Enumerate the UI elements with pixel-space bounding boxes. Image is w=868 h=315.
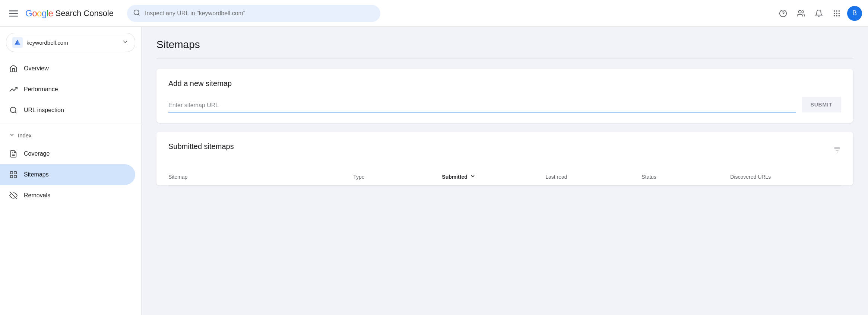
- sidebar-item-performance[interactable]: Performance: [0, 79, 135, 100]
- user-avatar[interactable]: B: [847, 6, 862, 21]
- sitemap-input-row: SUBMIT: [168, 97, 841, 112]
- help-button[interactable]: [776, 6, 791, 21]
- sidebar-label-overview: Overview: [24, 65, 49, 72]
- menu-button[interactable]: [6, 6, 21, 21]
- sidebar-item-url-inspection[interactable]: URL inspection: [0, 100, 135, 121]
- sidebar-item-removals[interactable]: Removals: [0, 185, 135, 206]
- property-selector[interactable]: keywordbell.com: [6, 33, 135, 52]
- url-search-icon: [9, 106, 18, 115]
- svg-point-11: [834, 13, 835, 14]
- body-layout: keywordbell.com Overview: [0, 27, 868, 315]
- svg-line-20: [15, 112, 16, 113]
- svg-rect-27: [10, 175, 13, 178]
- header-actions: B: [776, 6, 862, 21]
- svg-point-7: [799, 10, 801, 13]
- sidebar-label-removals: Removals: [24, 192, 50, 199]
- sidebar-section-index: Index: [0, 127, 141, 143]
- sidebar: keywordbell.com Overview: [0, 27, 142, 315]
- sidebar-item-sitemaps[interactable]: Sitemaps: [0, 164, 135, 185]
- notifications-button[interactable]: [811, 6, 826, 21]
- submit-sitemap-button[interactable]: SUBMIT: [802, 97, 841, 112]
- property-name: keywordbell.com: [26, 39, 118, 46]
- table-header: Sitemap Type Submitted Last read Status …: [168, 169, 841, 185]
- svg-rect-2: [9, 16, 18, 17]
- svg-rect-24: [10, 172, 13, 174]
- col-header-sitemap: Sitemap: [168, 174, 353, 180]
- url-search-input[interactable]: [127, 5, 380, 22]
- submitted-sitemaps-title: Submitted sitemaps: [168, 142, 234, 151]
- submitted-sitemaps-card: Submitted sitemaps Sitemap Type Submitte…: [156, 132, 853, 185]
- home-icon: [9, 64, 18, 73]
- sidebar-label-url-inspection: URL inspection: [24, 107, 64, 114]
- svg-point-13: [839, 13, 840, 14]
- google-wordmark: Google: [25, 8, 53, 19]
- sitemap-input-wrapper: [168, 99, 796, 112]
- add-sitemap-title: Add a new sitemap: [168, 79, 841, 88]
- google-logo[interactable]: Google Search Console: [25, 8, 114, 19]
- manage-accounts-button[interactable]: [793, 6, 808, 21]
- sort-down-icon: [470, 173, 476, 181]
- apps-button[interactable]: [829, 6, 844, 21]
- col-header-status: Status: [642, 174, 730, 180]
- main-content: Sitemaps Add a new sitemap SUBMIT Submit…: [142, 27, 868, 315]
- property-logo-icon: [12, 37, 23, 48]
- sidebar-item-coverage[interactable]: Coverage: [0, 143, 135, 164]
- coverage-icon: [9, 149, 18, 158]
- eye-off-icon: [9, 191, 18, 200]
- svg-point-10: [839, 10, 840, 12]
- svg-rect-0: [9, 10, 18, 12]
- app-name: Search Console: [55, 9, 114, 18]
- sidebar-section-label-index: Index: [18, 132, 32, 139]
- add-sitemap-card: Add a new sitemap SUBMIT: [156, 69, 853, 123]
- collapse-arrow-icon[interactable]: [9, 132, 15, 139]
- svg-point-14: [834, 15, 835, 16]
- trending-up-icon: [9, 85, 18, 94]
- svg-point-12: [836, 13, 837, 14]
- col-header-discovered-urls: Discovered URLs: [730, 174, 841, 180]
- sitemap-url-input[interactable]: [168, 99, 796, 112]
- svg-rect-25: [14, 172, 16, 174]
- svg-rect-1: [9, 13, 18, 14]
- col-header-type: Type: [353, 174, 442, 180]
- sidebar-label-coverage: Coverage: [24, 150, 50, 157]
- sidebar-label-performance: Performance: [24, 86, 58, 93]
- sitemaps-icon: [9, 170, 18, 179]
- sidebar-item-overview[interactable]: Overview: [0, 58, 135, 79]
- col-header-last-read: Last read: [545, 174, 642, 180]
- svg-point-9: [836, 10, 837, 12]
- svg-point-19: [10, 107, 16, 113]
- sidebar-divider: [0, 124, 141, 124]
- submitted-card-header: Submitted sitemaps: [168, 142, 841, 160]
- svg-point-15: [836, 15, 837, 16]
- svg-rect-26: [14, 175, 16, 178]
- page-title: Sitemaps: [156, 39, 853, 51]
- col-header-submitted[interactable]: Submitted: [442, 173, 545, 181]
- svg-point-8: [834, 10, 835, 12]
- header: Google Search Console: [0, 0, 868, 27]
- search-container: [127, 5, 380, 22]
- sidebar-label-sitemaps: Sitemaps: [24, 171, 49, 178]
- chevron-down-icon: [121, 38, 129, 47]
- filter-icon[interactable]: [833, 146, 841, 156]
- svg-point-16: [839, 15, 840, 16]
- page-divider: [156, 58, 853, 58]
